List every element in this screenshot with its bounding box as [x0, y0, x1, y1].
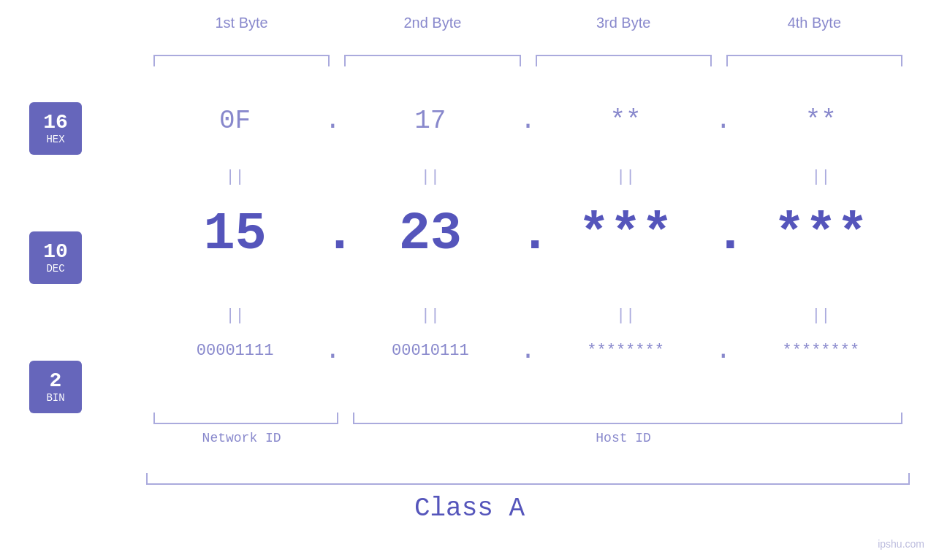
byte2-header: 2nd Byte	[337, 15, 528, 31]
top-brackets	[146, 55, 910, 66]
dec-row: 15 . 23 . *** . ***	[146, 204, 910, 264]
host-id-label: Host ID	[337, 431, 910, 445]
eq1-b1: ||	[146, 168, 324, 186]
dec-b4: ***	[732, 204, 910, 264]
hex-badge: 16 HEX	[29, 102, 82, 155]
hex-b1: 0F	[146, 106, 324, 136]
bin-dot2: .	[520, 336, 537, 366]
bracket-1	[153, 55, 330, 66]
dec-dot2: .	[520, 204, 537, 264]
class-bracket	[146, 473, 910, 485]
hex-b4: **	[732, 106, 910, 136]
hex-dot3: .	[715, 106, 732, 136]
bin-b1: 00001111	[146, 342, 324, 360]
hex-dot2: .	[520, 106, 537, 136]
hex-b2: 17	[341, 106, 519, 136]
bin-row: 00001111 . 00010111 . ******** . *******…	[146, 336, 910, 366]
dec-dot3: .	[715, 204, 732, 264]
bracket-4	[726, 55, 902, 66]
host-id-bracket	[353, 413, 902, 424]
bin-b3: ********	[537, 342, 715, 360]
byte-headers: 1st Byte 2nd Byte 3rd Byte 4th Byte	[146, 15, 910, 31]
hex-row: 0F . 17 . ** . **	[146, 106, 910, 136]
bin-b4: ********	[732, 342, 910, 360]
eq2-b3: ||	[537, 307, 715, 325]
bin-dot3: .	[715, 336, 732, 366]
main-container: 1st Byte 2nd Byte 3rd Byte 4th Byte 16 H…	[0, 0, 939, 560]
byte4-header: 4th Byte	[719, 15, 910, 31]
bin-b2: 00010111	[341, 342, 519, 360]
dec-dot1: .	[324, 204, 341, 264]
bracket-2	[344, 55, 520, 66]
section-brackets	[146, 413, 910, 424]
byte3-header: 3rd Byte	[528, 15, 719, 31]
byte1-header: 1st Byte	[146, 15, 337, 31]
equals-row-1: || || || ||	[146, 168, 910, 186]
eq2-b1: ||	[146, 307, 324, 325]
bin-dot1: .	[324, 336, 341, 366]
dec-badge: 10 DEC	[29, 231, 82, 284]
eq2-b2: ||	[341, 307, 519, 325]
eq1-b2: ||	[341, 168, 519, 186]
dec-b2: 23	[341, 204, 519, 264]
eq2-b4: ||	[732, 307, 910, 325]
eq1-b4: ||	[732, 168, 910, 186]
network-id-bracket	[153, 413, 338, 424]
bracket-3	[536, 55, 712, 66]
eq1-b3: ||	[537, 168, 715, 186]
hex-dot1: .	[324, 106, 341, 136]
dec-b3: ***	[537, 204, 715, 264]
watermark: ipshu.com	[878, 538, 924, 550]
class-label: Class A	[0, 494, 939, 523]
dec-b1: 15	[146, 204, 324, 264]
network-id-label: Network ID	[146, 431, 337, 445]
bin-badge: 2 BIN	[29, 361, 82, 413]
hex-b3: **	[537, 106, 715, 136]
id-labels: Network ID Host ID	[146, 431, 910, 445]
equals-row-2: || || || ||	[146, 307, 910, 325]
badges: 16 HEX 10 DEC 2 BIN	[29, 102, 82, 413]
